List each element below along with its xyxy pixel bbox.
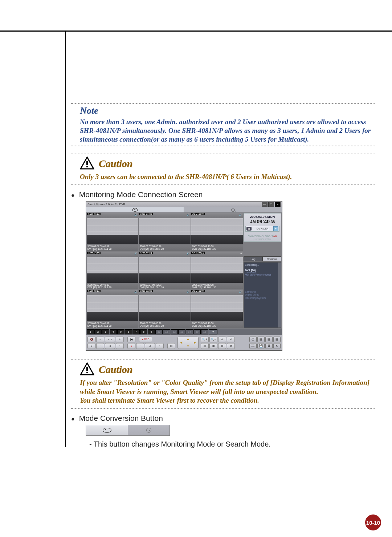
camera-tile[interactable]: CAM_01[D]🔊2005.03.07 09:40:38 DVR [20] 1… <box>87 213 138 251</box>
svg-rect-2 <box>86 367 88 371</box>
camera-label: CAM_05[D] <box>139 252 153 254</box>
channel-button[interactable]: 2 <box>94 329 102 334</box>
camera-tile[interactable]: CAM_06[D]★2005.03.07 09:40:38 DVR [20] 1… <box>191 252 243 289</box>
ptz-dpad[interactable]: ▲ ◀▶ ▼ <box>177 337 199 349</box>
svg-rect-3 <box>86 372 88 373</box>
camera-tile[interactable]: CAM_07[D]🔊2005.03.07 09:40:38 DVR [20] 1… <box>87 290 138 328</box>
channel-button[interactable]: 16 <box>201 329 208 334</box>
channel-button[interactable]: 14 <box>186 329 193 334</box>
zoom-reset-button[interactable]: ⊖ <box>218 337 226 342</box>
eye-icon <box>132 208 138 212</box>
page-number-badge: 10-10 <box>365 514 381 530</box>
channel-button[interactable]: 7 <box>132 329 140 334</box>
camera-audio-icon: 🔊 <box>239 213 242 216</box>
channel-button[interactable]: 3 <box>102 329 109 334</box>
search-mode-tab[interactable] <box>184 207 282 212</box>
vol2-up-button[interactable]: + <box>116 343 124 349</box>
mode-search-half[interactable] <box>128 425 170 435</box>
layout-1-button[interactable]: ▢ <box>249 337 257 342</box>
tool-1-button[interactable]: ▥ <box>201 343 209 349</box>
mic-up-button[interactable]: + <box>156 343 164 349</box>
log-scrollbar[interactable] <box>278 263 281 328</box>
layout-9-button[interactable]: ▦ <box>265 337 273 342</box>
eye-icon <box>103 428 111 433</box>
camera-tile[interactable]: CAM_09[D]🔊2005.03.07 09:40:38 DVR [20] 1… <box>191 290 243 328</box>
vol-down-button[interactable]: − <box>96 337 104 342</box>
channel-button[interactable]: 4 <box>110 329 117 334</box>
minimize-button[interactable]: — <box>262 202 268 207</box>
vol-dn-label: -5 <box>105 343 115 349</box>
dpad-left-icon[interactable]: ◀ <box>178 341 185 344</box>
vol-up-button[interactable]: + <box>116 337 124 342</box>
tab-log[interactable]: Log <box>244 256 262 261</box>
date-text: 2005.03.07.MON <box>245 215 279 219</box>
zoom-in-button[interactable]: 🔍+ <box>201 337 209 342</box>
maximize-button[interactable]: □ <box>268 202 274 207</box>
return-button[interactable]: ↵ <box>227 337 235 342</box>
dvr-selected-text: DVR [20] <box>253 227 272 230</box>
camera-timestamp: 2005.03.07 09:40:38 DVR [20] 192.168.1 2… <box>140 322 164 328</box>
save-button[interactable]: 💾 <box>257 343 265 349</box>
layout-16-button[interactable]: ▦ <box>273 337 281 342</box>
magnifier-icon <box>231 208 235 212</box>
camera-label: CAM_04[D] <box>87 252 101 254</box>
vol2-down-button[interactable]: − <box>96 343 104 349</box>
time-main: 09:40 <box>257 219 270 224</box>
zoom-out-button[interactable]: 🔍− <box>209 337 217 342</box>
settings-button[interactable]: ⚙ <box>273 343 281 349</box>
tool-4-button[interactable]: ⚙ <box>227 343 235 349</box>
channel-button[interactable]: 10 <box>155 329 163 334</box>
camera-tile[interactable]: CAM_02[D]🔊2005.03.07 09:40:38 DVR [20] 1… <box>139 213 191 251</box>
mode-monitor-half[interactable] <box>86 425 128 435</box>
layout-4-button[interactable]: ▦ <box>257 337 265 342</box>
dpad-right-icon[interactable]: ▶ <box>191 341 198 344</box>
channel-button[interactable]: 6 <box>125 329 132 334</box>
dpad-up-icon[interactable]: ▲ <box>185 337 192 341</box>
channel-button[interactable]: 12 <box>171 329 178 334</box>
channel-button[interactable]: 13 <box>178 329 185 334</box>
print-button[interactable]: 🖶 <box>265 343 273 349</box>
bullet-icon: ● <box>71 416 75 422</box>
log-note-3: Recording System <box>245 297 280 300</box>
dvr-select[interactable]: ▦ DVR [20] ▾ <box>245 226 279 232</box>
camera-timestamp: 2005.03.07 09:40:38 DVR [20] 192.168.1 2… <box>87 245 111 251</box>
camera-tile[interactable]: CAM_04[D]🔊2005.03.07 09:40:38 DVR [20] 1… <box>87 252 138 289</box>
tool-2-button[interactable]: ▦ <box>209 343 217 349</box>
camera-tile[interactable]: CAM_08[D]🔊2005.03.07 09:40:38 DVR [20] 1… <box>139 290 191 328</box>
camera-tile[interactable]: CAM_03[D]🔊2005.03.07 09:40:38 DVR [20] 1… <box>191 213 243 251</box>
dropdown-arrow-icon[interactable]: ▾ <box>273 226 278 231</box>
note-body: No more than 3 users, one Admin. authori… <box>80 118 371 143</box>
channel-button[interactable]: 8 <box>140 329 147 334</box>
caution-body: Only 3 users can be connected to the SHR… <box>80 172 371 182</box>
audio-mute-icon[interactable]: 🔇 <box>87 337 95 342</box>
camera-tile[interactable]: CAM_05[D]🔊2005.03.07 09:40:38 DVR [20] 1… <box>139 252 191 289</box>
tab-camera[interactable]: Camera <box>262 256 281 261</box>
time-ampm: AM <box>250 220 257 224</box>
close-button[interactable]: × <box>275 202 281 207</box>
snapshot-button[interactable]: ◧ <box>167 343 175 349</box>
channel-button[interactable]: 11 <box>163 329 170 334</box>
channel-next-button[interactable]: ➔ <box>209 329 217 334</box>
cycle-button[interactable]: ↻ <box>87 343 95 349</box>
camera-timestamp: 2005.03.07 09:40:38 DVR [20] 192.168.1 2… <box>87 322 111 328</box>
channel-button[interactable]: 9 <box>148 329 155 334</box>
tool-3-button[interactable]: ▤ <box>218 343 226 349</box>
fullscreen-button[interactable]: ⛶ <box>249 343 257 349</box>
dpad-down-icon[interactable]: ▼ <box>185 344 192 349</box>
camera-label: CAM_07[D] <box>87 290 101 292</box>
rec-button[interactable]: ● REC <box>139 337 152 342</box>
smartviewer-figure: Smart Viewer 2.0 for ProDVR — □ × CAM_01… <box>86 201 282 351</box>
bullet-text: Mode Conversion Button <box>79 414 163 423</box>
channel-button[interactable]: 15 <box>193 329 201 334</box>
channel-button[interactable]: 5 <box>117 329 124 334</box>
mic-down-button[interactable]: − <box>136 343 144 349</box>
monitor-mode-tab[interactable] <box>86 207 184 212</box>
bullet-text: Monitoring Mode Connection Screen <box>79 190 203 199</box>
prev-track-button[interactable]: |◀ <box>127 337 135 342</box>
mode-button-figure <box>86 425 170 436</box>
record-round-button[interactable]: ● <box>127 343 135 349</box>
camera-audio-icon: ★ <box>240 252 242 255</box>
log-dvr-header: DVR [20] <box>245 269 280 272</box>
channel-button[interactable]: 1 <box>87 329 94 334</box>
time-sec: .38 <box>270 220 275 224</box>
